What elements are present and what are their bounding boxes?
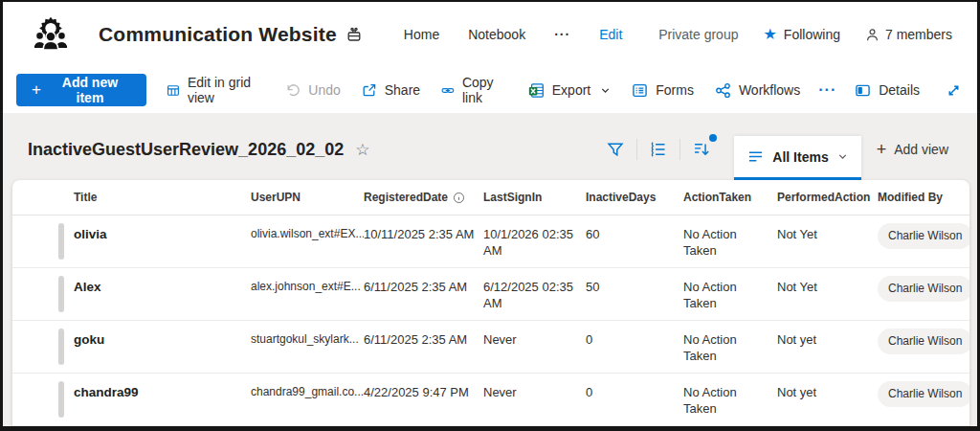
add-new-item-button[interactable]: + Add new item [16, 74, 146, 106]
cell-inactive-days: 0 [586, 321, 683, 356]
cell-last-sign-in: 6/12/2025 02:35 AM [483, 268, 586, 320]
cell-registered-date: 6/11/2025 2:35 AM [364, 321, 483, 356]
row-handle-bar [58, 223, 64, 260]
column-header-modified-by[interactable]: Modified By [878, 191, 969, 204]
cell-userupn: alex.johnson_ext#E... [251, 268, 364, 304]
nav-item-notebook[interactable]: Notebook [468, 27, 525, 42]
cell-modified-by: Charlie Wilson [878, 268, 969, 310]
cell-last-sign-in: 10/1/2026 02:35 AM [483, 216, 586, 267]
row-handle-bar [58, 381, 64, 418]
undo-button[interactable]: Undo [275, 76, 350, 104]
grouping-list-icon [650, 141, 667, 158]
person-outline-icon [865, 28, 880, 42]
top-navigation: Home Notebook ··· Edit [404, 27, 622, 42]
details-button[interactable]: Details [844, 76, 930, 105]
site-title[interactable]: Communication Website [99, 23, 337, 46]
undo-arrow-icon [285, 82, 301, 98]
cell-modified-by: Charlie Wilson [878, 321, 969, 363]
share-button[interactable]: Share [351, 76, 431, 104]
cell-registered-date: 6/11/2025 2:35 AM [364, 268, 483, 304]
column-header-label: UserUPN [251, 191, 301, 204]
table-row[interactable]: chandra99chandra99_gmail.co...4/22/2025 … [12, 374, 969, 426]
table-header-row: TitleUserUPNRegisteredDateLastSignInInac… [12, 180, 969, 216]
cell-inactive-days: 0 [586, 374, 683, 409]
cell-title: goku [74, 321, 251, 356]
add-view-button[interactable]: + Add view [861, 141, 964, 158]
command-overflow-ellipsis[interactable]: ··· [811, 75, 844, 105]
funnel-icon [607, 141, 624, 158]
column-header-title[interactable]: Title [74, 191, 251, 204]
cell-title: Alex [74, 268, 251, 304]
edit-in-grid-view-button[interactable]: Edit in grid view [156, 68, 275, 112]
site-logo-people-gear-icon[interactable] [30, 13, 72, 56]
view-tab-label: All Items [772, 149, 828, 165]
table-row[interactable]: Alexalex.johnson_ext#E...6/11/2025 2:35 … [12, 268, 969, 321]
open-pane-icon [855, 82, 871, 99]
table-row[interactable]: oliviaolivia.wilson_ext#EX...10/11/2025 … [12, 216, 969, 268]
cell-inactive-days: 50 [586, 268, 683, 304]
column-header-performedaction[interactable]: PerformedAction [777, 191, 878, 204]
view-bar: InactiveGuestUserReview_2026_02_02 ☆ [3, 113, 977, 180]
column-header-label: InactiveDays [586, 191, 656, 204]
cell-last-sign-in: Never [483, 374, 586, 409]
info-circle-icon[interactable] [453, 192, 465, 204]
row-handle-cell [12, 374, 74, 425]
column-header-registereddate[interactable]: RegisteredDate [364, 191, 483, 204]
cell-action-taken: No Action Taken [683, 321, 777, 373]
cell-performed-action: Not yet [777, 321, 878, 356]
table-row[interactable]: gokustuartgokul_skylark...6/11/2025 2:35… [12, 321, 969, 374]
column-header-label: LastSignIn [483, 191, 542, 204]
cell-inactive-days: 60 [586, 216, 683, 251]
modified-by-persona-pill[interactable]: Charlie Wilson [878, 381, 969, 407]
copy-link-button[interactable]: Copy link [431, 68, 518, 112]
column-header-lastsignin[interactable]: LastSignIn [483, 191, 586, 204]
following-button[interactable]: ★ Following [763, 27, 839, 42]
privacy-label: Private group [658, 27, 738, 42]
nav-overflow-ellipsis[interactable]: ··· [554, 27, 570, 42]
cell-title: chandra99 [74, 374, 251, 409]
star-filled-icon: ★ [763, 27, 776, 42]
cell-registered-date: 10/11/2025 2:35 AM [364, 216, 483, 251]
forms-button[interactable]: Forms [621, 76, 704, 105]
cell-action-taken: No Action Taken [683, 216, 777, 267]
workflows-button[interactable]: Workflows [704, 76, 811, 105]
diagonal-resize-arrows-icon [946, 82, 962, 99]
group-by-button[interactable] [637, 141, 679, 158]
filter-button[interactable] [594, 141, 636, 158]
expand-fullscreen-button[interactable] [946, 82, 962, 99]
list-table-card: TitleUserUPNRegisteredDateLastSignInInac… [12, 180, 969, 426]
sort-notification-dot [709, 134, 717, 142]
briefcase-group-icon [346, 27, 362, 42]
modified-by-persona-pill[interactable]: Charlie Wilson [878, 276, 969, 302]
cell-userupn: olivia.wilson_ext#EX... [251, 216, 364, 251]
chevron-down-icon [837, 151, 848, 162]
row-handle-bar [58, 329, 64, 365]
table-body: oliviaolivia.wilson_ext#EX...10/11/2025 … [12, 216, 969, 426]
star-outline-icon[interactable]: ☆ [355, 140, 369, 160]
modified-by-persona-pill[interactable]: Charlie Wilson [878, 329, 969, 354]
cell-title: olivia [74, 216, 251, 251]
cell-registered-date: 4/22/2025 9:47 PM [364, 374, 483, 409]
cell-last-sign-in: Never [483, 321, 586, 356]
nav-item-home[interactable]: Home [404, 27, 439, 42]
cell-action-taken: No Action Taken [683, 268, 777, 320]
app-window: Communication Website Home Notebook ··· … [0, 0, 980, 431]
chain-link-icon [441, 82, 455, 99]
members-button[interactable]: 7 members [865, 27, 952, 42]
column-header-userupn[interactable]: UserUPN [251, 191, 364, 204]
row-handle-cell [12, 321, 74, 373]
cell-performed-action: Not Yet [777, 216, 878, 251]
sort-button[interactable] [680, 141, 723, 158]
column-header-actiontaken[interactable]: ActionTaken [683, 191, 777, 204]
plus-icon: + [877, 141, 887, 158]
cell-modified-by: Charlie Wilson [878, 374, 969, 416]
view-selector-all-items[interactable]: All Items [734, 136, 860, 180]
nav-edit-link[interactable]: Edit [599, 27, 622, 42]
column-header-label: RegisteredDate [364, 191, 448, 204]
content-area: InactiveGuestUserReview_2026_02_02 ☆ [3, 113, 977, 426]
modified-by-persona-pill[interactable]: Charlie Wilson [878, 223, 969, 249]
cell-userupn: stuartgokul_skylark... [251, 321, 364, 356]
column-header-inactivedays[interactable]: InactiveDays [586, 191, 683, 204]
command-bar: + Add new item Edit in grid view Undo [3, 67, 977, 113]
export-button[interactable]: Export [518, 76, 621, 105]
